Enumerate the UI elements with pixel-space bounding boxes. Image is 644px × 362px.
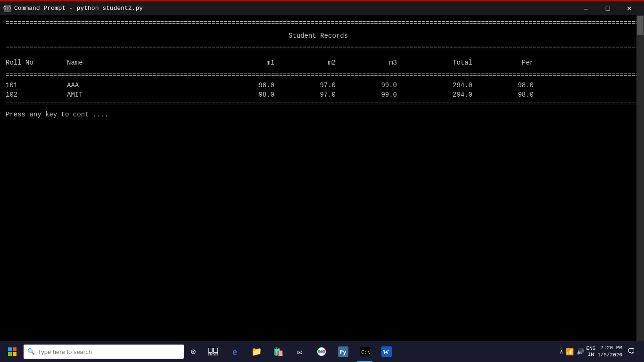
separator-header-data: ========================================… (6, 71, 631, 81)
svg-rect-5 (214, 348, 218, 353)
cell-m1: 98.0 (213, 91, 274, 99)
col-header-rollno: Roll No (6, 59, 67, 66)
table-row: 101 AAA 98.0 97.0 99.0 294.0 98.0 (6, 81, 631, 90)
notification-button[interactable]: 🗨 (624, 341, 638, 362)
svg-rect-3 (13, 352, 17, 356)
cell-name: AMIT (67, 91, 213, 99)
file-explorer-button[interactable]: 📁 (246, 341, 267, 362)
svg-rect-8 (215, 354, 218, 355)
taskbar-apps: e 📁 🛍️ ✉️ (203, 341, 555, 362)
scroll-thumb[interactable] (637, 16, 644, 35)
table-body: 101 AAA 98.0 97.0 99.0 294.0 98.0 102 AM… (6, 81, 631, 99)
cell-total: 294.0 (397, 82, 472, 89)
svg-text:C:\>: C:\> (361, 349, 370, 355)
table-row: 102 AMIT 98.0 97.0 99.0 294.0 98.0 (6, 90, 631, 99)
network-icon: 📶 (566, 348, 574, 356)
language-indicator: ENG IN (586, 346, 595, 358)
col-header-per: Per (472, 59, 534, 66)
task-view-button[interactable] (203, 341, 223, 362)
col-header-name: Name (67, 59, 213, 66)
svg-text:Py: Py (339, 349, 346, 355)
python-icon[interactable]: Py (333, 341, 354, 362)
svg-rect-1 (13, 347, 17, 351)
clock: 7:20 PM 1/5/2020 (597, 345, 622, 359)
search-input[interactable] (38, 348, 180, 355)
search-bar[interactable]: 🔍 (24, 345, 184, 359)
cell-per: 98.0 (472, 91, 534, 99)
tray-up-arrow[interactable]: ∧ (560, 348, 563, 355)
minimize-button[interactable]: – (575, 1, 597, 16)
svg-rect-4 (208, 348, 212, 353)
svg-text:W: W (383, 348, 389, 355)
title-bar-left: C:\ Command Prompt - python student2.py (4, 5, 143, 12)
cell-name: AAA (67, 82, 213, 89)
chrome-button[interactable] (311, 341, 332, 362)
time-display: 7:20 PM (597, 345, 622, 352)
svg-rect-7 (212, 354, 214, 355)
separator-top: ========================================… (6, 19, 631, 28)
separator-footer: ========================================… (6, 99, 631, 109)
separator-under-title: ========================================… (6, 43, 631, 53)
terminal-window[interactable]: ========================================… (0, 15, 636, 341)
mail-button[interactable]: ✉️ (289, 341, 310, 362)
store-button[interactable]: 🛍️ (268, 341, 289, 362)
svg-rect-6 (208, 354, 211, 355)
cell-m1: 98.0 (213, 82, 274, 89)
col-header-m3: m3 (336, 59, 397, 66)
table-header: Roll No Name m1 m2 m3 Total Per (6, 56, 631, 69)
svg-point-10 (320, 350, 323, 353)
cell-m3: 99.0 (336, 82, 397, 89)
cell-total: 294.0 (397, 91, 472, 99)
word-button[interactable]: W (376, 341, 397, 362)
cell-rollno: 101 (6, 82, 67, 89)
svg-rect-0 (8, 347, 12, 351)
search-icon: 🔍 (27, 348, 35, 355)
system-tray: ∧ 📶 🔊 ENG IN 7:20 PM 1/5/2020 🗨 (556, 341, 642, 362)
cell-m3: 99.0 (336, 91, 397, 99)
taskbar: 🔍 ⊙ e 📁 🛍️ ✉️ (0, 341, 644, 362)
col-header-m2: m2 (274, 59, 336, 66)
terminal-heading: Student Records (6, 28, 631, 43)
svg-rect-2 (8, 352, 12, 356)
tray-icons: ∧ 📶 🔊 (560, 348, 584, 356)
notification-icon: 🗨 (627, 347, 635, 356)
col-header-m1: m1 (213, 59, 274, 66)
maximize-button[interactable]: □ (597, 1, 619, 16)
cell-per: 98.0 (472, 82, 534, 89)
scrollbar[interactable] (636, 15, 644, 341)
cmd-icon: C:\ (4, 5, 11, 12)
cell-rollno: 102 (6, 91, 67, 99)
cell-m2: 97.0 (274, 82, 336, 89)
title-bar: C:\ Command Prompt - python student2.py … (0, 0, 644, 15)
col-header-total: Total (397, 59, 472, 66)
edge-button[interactable]: e (224, 341, 245, 362)
title-bar-controls: – □ ✕ (575, 1, 640, 16)
date-display: 1/5/2020 (597, 352, 622, 359)
cortana-button[interactable]: ⊙ (185, 341, 202, 362)
cell-m2: 97.0 (274, 91, 336, 99)
cmd-taskbar-button[interactable]: C:\> (355, 341, 375, 362)
footer-message: Press any key to cont .... (6, 110, 631, 120)
start-button[interactable] (2, 341, 23, 362)
close-button[interactable]: ✕ (619, 1, 640, 16)
window-title: Command Prompt - python student2.py (14, 5, 143, 12)
sound-icon: 🔊 (577, 348, 584, 355)
